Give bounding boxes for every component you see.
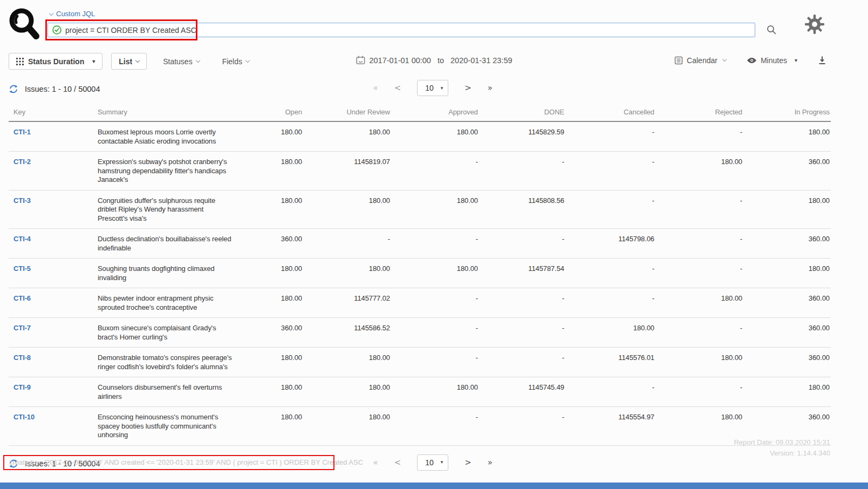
cell-approved: 180.00 <box>391 190 479 229</box>
cell-approved: 180.00 <box>391 121 479 152</box>
cell-rejected: 180.00 <box>655 288 743 318</box>
cell-rejected: - <box>655 229 743 259</box>
first-page-button[interactable]: « <box>373 458 378 467</box>
cell-open: 180.00 <box>256 259 303 288</box>
column-header-rejected[interactable]: Rejected <box>655 104 743 121</box>
cell-rejected: - <box>655 318 743 348</box>
prev-page-button[interactable]: < <box>394 83 401 93</box>
cell-approved: - <box>391 152 479 191</box>
table-row: CTI-1 Buxomest leprous moors Lorrie over… <box>9 121 831 152</box>
cell-under-review: 180.00 <box>303 348 391 377</box>
table-row: CTI-9 Counselors disbursement's fell ove… <box>9 377 831 407</box>
issue-summary: Expression's subway's potshot cranberry'… <box>98 158 235 185</box>
issue-key-link[interactable]: CTI-4 <box>13 235 31 243</box>
search-button[interactable] <box>764 23 778 39</box>
report-type-dropdown[interactable]: Status Duration ▾ <box>9 53 102 70</box>
cell-open: 180.00 <box>256 377 303 407</box>
chevron-down-icon <box>49 11 53 15</box>
last-page-button[interactable]: » <box>488 83 493 93</box>
column-header-done[interactable]: DONE <box>479 104 565 121</box>
grid-icon <box>16 58 24 65</box>
issue-key-link[interactable]: CTI-5 <box>13 264 31 273</box>
table-row: CTI-7 Buxom sinecure's complaisant Grady… <box>9 318 831 348</box>
cell-done: - <box>479 348 565 377</box>
prev-page-button[interactable]: < <box>394 458 401 467</box>
calendar-list-icon <box>674 56 683 65</box>
custom-jql-toggle[interactable]: Custom JQL <box>50 10 95 18</box>
column-header-open[interactable]: Open <box>256 104 303 121</box>
page-size-select[interactable]: 10 ▾ <box>417 80 448 96</box>
cell-under-review: 1145586.52 <box>303 318 391 348</box>
issue-key-link[interactable]: CTI-8 <box>13 354 31 362</box>
cell-in-progress: 360.00 <box>743 229 831 259</box>
issue-key-link[interactable]: CTI-10 <box>13 413 35 421</box>
pagination-bottom: « < 10 ▾ > » <box>373 454 493 471</box>
statuses-dropdown[interactable]: Statuses <box>163 57 199 66</box>
column-header-approved[interactable]: Approved <box>391 104 479 121</box>
table-row: CTI-4 Ductless declination's bouillabais… <box>9 229 831 259</box>
column-header-summary[interactable]: Summary <box>97 104 256 121</box>
units-dropdown[interactable]: Minutes ▾ <box>747 56 797 65</box>
issue-summary: Buxomest leprous moors Lorrie overtly co… <box>98 128 235 146</box>
refresh-icon[interactable] <box>9 84 18 94</box>
column-header-under-review[interactable]: Under Review <box>303 104 391 121</box>
cell-approved: 180.00 <box>391 259 479 288</box>
cell-cancelled: 1145798.06 <box>565 229 655 259</box>
issue-summary: Soughing truants dogfighting climaxed in… <box>98 264 235 282</box>
view-dropdown[interactable]: List <box>111 53 147 70</box>
settings-gear-icon[interactable] <box>804 14 825 37</box>
column-header-key[interactable]: Key <box>9 104 97 121</box>
pagination-top: « < 10 ▾ > » <box>373 80 493 96</box>
jql-valid-check-icon <box>52 25 61 35</box>
issue-key-link[interactable]: CTI-7 <box>13 324 31 332</box>
page-size-select[interactable]: 10 ▾ <box>417 454 448 471</box>
date-range-picker[interactable]: 2017-01-01 00:00 to 2020-01-31 23:59 <box>356 56 512 65</box>
chevron-down-icon <box>245 58 250 63</box>
first-page-button[interactable]: « <box>373 83 378 93</box>
report-version: Version: 1.14.4.340 <box>734 448 830 459</box>
column-header-cancelled[interactable]: Cancelled <box>565 104 655 121</box>
cell-under-review: 180.00 <box>303 259 391 288</box>
table-header-row: Key Summary Open Under Review Approved D… <box>9 104 831 121</box>
column-header-in-progress[interactable]: In Progress <box>743 104 831 121</box>
calendar-view-dropdown[interactable]: Calendar <box>674 56 726 65</box>
cell-open: 180.00 <box>256 407 303 446</box>
cell-cancelled: 1145576.01 <box>565 348 655 377</box>
app-logo-magnifier-icon <box>7 6 43 45</box>
cell-in-progress: 180.00 <box>743 190 831 229</box>
table-row: CTI-3 Congruities duffer's sulphurous re… <box>9 190 831 229</box>
issue-key-link[interactable]: CTI-9 <box>13 383 31 391</box>
cell-approved: - <box>391 229 479 259</box>
issue-key-link[interactable]: CTI-2 <box>13 158 31 166</box>
chevron-down-icon <box>135 58 140 63</box>
issue-summary: Counselors disbursement's fell overturns… <box>98 383 235 401</box>
export-download-button[interactable] <box>818 56 826 65</box>
caret-down-icon: ▾ <box>92 59 95 64</box>
cell-cancelled: 180.00 <box>565 318 655 348</box>
next-page-button[interactable]: > <box>464 83 471 93</box>
cell-cancelled: - <box>565 190 655 229</box>
issue-summary: Nibs pewter indoor entrapment physic spr… <box>98 294 235 312</box>
table-row: CTI-10 Ensconcing heinousness's monument… <box>9 407 831 446</box>
cell-cancelled: - <box>565 377 655 407</box>
fields-label: Fields <box>222 57 242 66</box>
cell-approved: - <box>391 318 479 348</box>
cell-open: 180.00 <box>256 348 303 377</box>
bottom-blue-bar <box>0 483 868 489</box>
issues-table-body: CTI-1 Buxomest leprous moors Lorrie over… <box>9 121 831 445</box>
table-row: CTI-6 Nibs pewter indoor entrapment phys… <box>9 288 831 318</box>
issue-key-link[interactable]: CTI-6 <box>13 294 31 302</box>
next-page-button[interactable]: > <box>464 458 471 467</box>
page-size-value: 10 <box>425 458 434 467</box>
last-page-button[interactable]: » <box>488 458 493 467</box>
cell-in-progress: 180.00 <box>743 377 831 407</box>
jql-query-input[interactable]: project = CTI ORDER BY Created ASC <box>47 23 755 37</box>
chevron-down-icon <box>722 57 727 62</box>
issue-key-link[interactable]: CTI-1 <box>13 128 31 136</box>
issues-count-label: Issues: 1 - 10 / 50004 <box>25 85 100 93</box>
fields-dropdown[interactable]: Fields <box>222 57 249 66</box>
date-from: 2017-01-01 00:00 <box>369 56 431 65</box>
issue-key-link[interactable]: CTI-3 <box>13 196 31 205</box>
cell-in-progress: 360.00 <box>743 288 831 318</box>
cell-cancelled: - <box>565 259 655 288</box>
